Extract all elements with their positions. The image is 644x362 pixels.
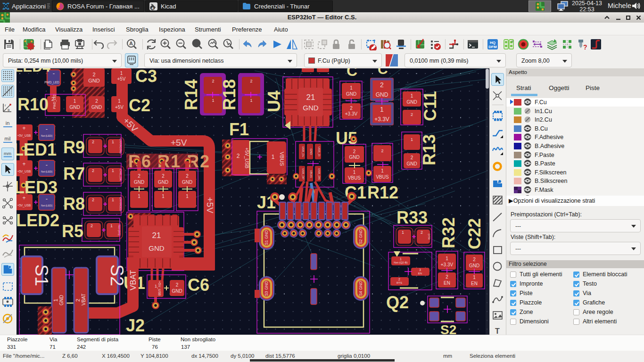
svg-text:2: 2: [411, 155, 413, 160]
svg-text:GND: GND: [182, 180, 192, 185]
svg-text:GND: GND: [134, 180, 144, 185]
svg-text:2: 2: [398, 278, 400, 281]
svg-text:EN: EN: [444, 280, 450, 286]
svg-text:C6: C6: [188, 275, 209, 295]
svg-text:1: 1: [53, 299, 58, 302]
svg-text:EN: EN: [418, 272, 422, 275]
svg-text:2: 2: [353, 149, 356, 154]
svg-text:S2: S2: [107, 264, 127, 286]
svg-text:GND: GND: [346, 91, 356, 97]
svg-text:GND: GND: [59, 295, 64, 305]
svg-text:2: 2: [186, 173, 189, 179]
svg-text:1: 1: [250, 98, 252, 103]
svg-text:VBUS: VBUS: [279, 152, 285, 166]
svg-text:1: 1: [112, 168, 114, 173]
svg-text:R7: R7: [63, 164, 85, 183]
svg-text:GND: GND: [88, 78, 100, 83]
svg-text:2: 2: [92, 72, 95, 77]
svg-text:1: 1: [402, 230, 404, 235]
svg-text:-: -: [46, 161, 48, 168]
svg-text:1: 1: [446, 256, 448, 261]
svg-text:1: 1: [272, 154, 275, 160]
svg-text:+3.3V: +3.3V: [345, 111, 358, 116]
svg-text:C: C: [347, 68, 357, 79]
svg-text:R5: R5: [62, 222, 83, 241]
svg-text:USB_D+: USB_D+: [302, 146, 305, 157]
svg-text:+5V_USB: +5V_USB: [244, 148, 249, 169]
svg-text:DTR: DTR: [428, 234, 430, 240]
svg-text:CHG_OK: CHG_OK: [119, 169, 122, 181]
svg-text:1: 1: [381, 168, 384, 173]
svg-text:2: 2: [92, 140, 94, 144]
svg-text:2: 2: [95, 99, 98, 104]
svg-text:2: 2: [176, 282, 179, 288]
svg-text:1: 1: [212, 98, 214, 103]
svg-text:C: C: [378, 68, 388, 77]
svg-text:F1: F1: [229, 120, 249, 139]
svg-text:-: -: [46, 125, 48, 132]
svg-text:C2: C2: [129, 96, 150, 115]
svg-text:R18: R18: [220, 79, 239, 110]
svg-text:+5V_USB: +5V_USB: [17, 170, 31, 173]
svg-text:2: 2: [380, 81, 384, 89]
svg-text:+3.3V: +3.3V: [374, 116, 389, 123]
svg-text:21: 21: [152, 231, 161, 240]
svg-text:21: 21: [306, 93, 315, 102]
svg-text:C11: C11: [421, 91, 440, 121]
svg-text:1: 1: [118, 99, 121, 104]
svg-text:2: 2: [75, 299, 81, 302]
svg-text:2: 2: [91, 223, 93, 228]
svg-text:EN: EN: [471, 281, 478, 286]
svg-text:θ: θ: [8, 108, 10, 112]
svg-text:R32: R32: [439, 217, 458, 248]
svg-text:R33: R33: [396, 208, 428, 227]
svg-text:R9: R9: [63, 138, 85, 157]
svg-text:2: 2: [212, 79, 214, 83]
svg-text:1: 1: [353, 170, 356, 175]
svg-text:2: 2: [237, 153, 240, 159]
svg-text:S2: S2: [440, 322, 456, 335]
svg-text:GND: GND: [91, 105, 102, 110]
svg-text:1: 1: [112, 140, 114, 144]
svg-text:R13: R13: [420, 134, 439, 165]
svg-text:+3.3V: +3.3V: [441, 262, 454, 267]
svg-text:+5V: +5V: [117, 76, 125, 82]
svg-text:USB_DP: USB_DP: [302, 168, 305, 180]
svg-text:1: 1: [155, 284, 157, 288]
svg-text:F: F: [512, 40, 514, 44]
svg-text:+5V_USB: +5V_USB: [157, 281, 161, 296]
svg-text:2: 2: [421, 230, 423, 235]
svg-text:Net-[LED]: Net-[LED]: [41, 134, 53, 137]
svg-text:GND: GND: [406, 161, 417, 166]
svg-text:2: 2: [138, 173, 140, 179]
svg-text:1: 1: [411, 137, 413, 142]
svg-text:S2 GND: S2 GND: [358, 229, 363, 244]
svg-text:+5V_USB: +5V_USB: [17, 204, 31, 207]
svg-text:+5V: +5V: [171, 138, 187, 148]
svg-text:1: 1: [400, 257, 402, 261]
svg-text:CHARGED: CHARGED: [119, 197, 122, 212]
svg-text:R12: R12: [367, 183, 398, 202]
svg-text:S1: S1: [32, 264, 51, 286]
svg-text:+: +: [22, 125, 25, 132]
svg-text:PWD_LED: PWD_LED: [44, 81, 59, 84]
svg-text:GND: GND: [158, 180, 168, 185]
svg-text:GND: GND: [310, 148, 313, 155]
svg-text:1: 1: [120, 71, 123, 76]
svg-text:1: 1: [350, 85, 353, 90]
svg-text:LED3: LED3: [17, 178, 58, 197]
svg-text:2: 2: [411, 112, 413, 117]
svg-text:GND: GND: [349, 155, 359, 160]
svg-text:1: 1: [411, 93, 413, 99]
svg-text:LED4: LED4: [17, 68, 50, 74]
svg-text:GND: GND: [469, 263, 479, 268]
svg-text:VBUS: VBUS: [376, 174, 389, 180]
svg-text:HQ: HQ: [490, 41, 495, 45]
svg-text:2: 2: [162, 173, 165, 179]
svg-text:CHARGING: CHARGING: [119, 139, 122, 154]
svg-text:Q2: Q2: [386, 293, 409, 312]
svg-text:R8: R8: [63, 194, 85, 214]
svg-text:2: 2: [381, 148, 383, 153]
svg-text:Net-[LED]: Net-[LED]: [41, 204, 53, 207]
svg-text:1: 1: [74, 99, 76, 104]
